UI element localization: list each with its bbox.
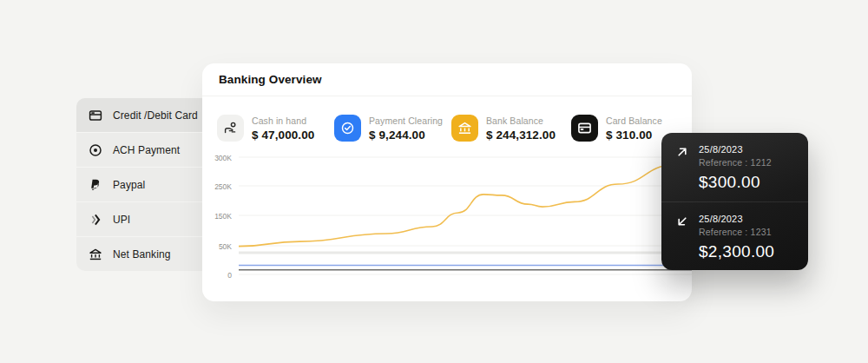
transaction-reference: Reference : 1212 [699, 157, 772, 168]
transaction-amount: $300.00 [699, 173, 772, 192]
transaction-reference: Reference : 1231 [699, 227, 774, 237]
stat-label: Cash in hand [252, 116, 314, 126]
sidebar-item-label: Paypal [113, 179, 145, 191]
sidebar-item-ach-payment[interactable]: ACH Payment [76, 133, 215, 168]
transaction-row-outgoing[interactable]: 25/8/2023 Reference : 1212 $300.00 [661, 133, 808, 201]
balance-chart: 300K250K150K50K0 [202, 153, 692, 279]
card-header: Banking Overview [202, 63, 692, 96]
y-tick-label: 0 [227, 271, 232, 280]
sidebar-item-paypal[interactable]: Paypal [76, 168, 215, 202]
transaction-date: 25/8/2023 [699, 214, 774, 224]
y-axis-labels: 300K250K150K50K0 [202, 153, 232, 279]
hand-coin-icon [217, 115, 244, 142]
payment-methods-sidebar: Credit /Debit Card ACH Payment Paypal UP… [76, 98, 215, 271]
page: Credit /Debit Card ACH Payment Paypal UP… [0, 0, 868, 363]
stat-payment-clearing: Payment Clearing $ 9,244.00 [334, 115, 443, 142]
stat-value: $ 244,312.00 [486, 129, 556, 142]
sidebar-item-net-banking[interactable]: Net Banking [76, 237, 215, 271]
stat-value: $ 310.00 [606, 129, 662, 142]
upi-arrow-icon [89, 213, 102, 227]
y-tick-label: 300K [214, 154, 232, 162]
stat-value: $ 9,244.00 [369, 129, 443, 142]
y-tick-label: 50K [219, 242, 232, 251]
chart-svg [239, 153, 692, 279]
target-circle-icon [89, 143, 102, 157]
sidebar-item-label: Credit /Debit Card [113, 109, 198, 122]
paypal-icon [89, 178, 102, 192]
y-tick-label: 150K [214, 212, 232, 221]
stat-label: Payment Clearing [369, 116, 443, 126]
stat-bank-balance: Bank Balance $ 244,312.00 [451, 115, 556, 142]
credit-card-icon [571, 115, 598, 142]
stat-label: Bank Balance [486, 116, 556, 126]
stat-value: $ 47,000.00 [252, 129, 314, 142]
sidebar-item-upi[interactable]: UPI [76, 202, 215, 237]
check-circle-icon [334, 115, 361, 142]
arrow-down-left-icon [675, 214, 689, 261]
bank-icon [89, 248, 102, 261]
bank-icon [451, 115, 478, 142]
sidebar-item-label: Net Banking [113, 248, 170, 261]
y-tick-label: 250K [214, 182, 232, 191]
stat-label: Card Balance [606, 116, 662, 126]
page-title: Banking Overview [219, 73, 322, 86]
transaction-amount: $2,300.00 [699, 242, 774, 261]
stat-cash-in-hand: Cash in hand $ 47,000.00 [217, 115, 314, 142]
sidebar-item-credit-debit-card[interactable]: Credit /Debit Card [76, 98, 215, 133]
sidebar-item-label: ACH Payment [113, 144, 180, 156]
stat-card-balance: Card Balance $ 310.00 [571, 115, 662, 142]
transactions-popover: 25/8/2023 Reference : 1212 $300.00 25/8/… [661, 133, 808, 270]
arrow-up-right-icon [675, 144, 689, 193]
transaction-date: 25/8/2023 [699, 144, 772, 155]
sidebar-item-label: UPI [113, 214, 130, 226]
credit-card-icon [89, 109, 102, 122]
banking-overview-card: Banking Overview Cash in hand $ 47,000.0… [202, 63, 692, 301]
transaction-row-incoming[interactable]: 25/8/2023 Reference : 1231 $2,300.00 [661, 201, 808, 270]
